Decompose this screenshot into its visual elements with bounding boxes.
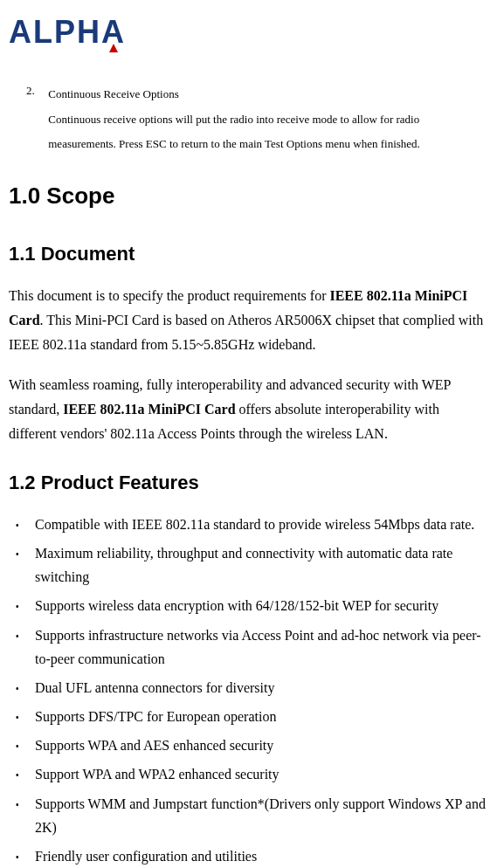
- document-paragraph-1: This document is to specify the product …: [9, 284, 488, 357]
- numbered-section: 2. Continuous Receive Options Continuous…: [9, 82, 488, 157]
- list-item: Maximum reliability, throughput and conn…: [35, 541, 488, 589]
- list-item: Supports wireless data encryption with 6…: [35, 594, 488, 617]
- document-paragraph-2: With seamless roaming, fully interoperab…: [9, 373, 488, 446]
- brand-logo: ALPHA: [9, 9, 488, 56]
- list-item: Supports WPA and AES enhanced security: [35, 734, 488, 757]
- list-number: 2.: [26, 82, 45, 100]
- heading-features: 1.2 Product Features: [9, 468, 488, 497]
- list-item-title: Continuous Receive Options: [48, 82, 485, 107]
- heading-scope: 1.0 Scope: [9, 179, 488, 213]
- list-item: Supports DFS/TPC for European operation: [35, 705, 488, 728]
- list-item: Supports infrastructure networks via Acc…: [35, 623, 488, 671]
- features-list: Compatible with IEEE 802.11a standard to…: [9, 513, 488, 868]
- list-item: Dual UFL antenna connectors for diversit…: [35, 676, 488, 699]
- list-item-body: Continuous receive options will put the …: [48, 113, 420, 151]
- list-item: Compatible with IEEE 802.11a standard to…: [35, 513, 488, 536]
- list-item: Friendly user configuration and utilitie…: [35, 844, 488, 868]
- list-item: Support WPA and WPA2 enhanced security: [35, 762, 488, 786]
- para1-pre: This document is to specify the product …: [9, 288, 329, 303]
- list-content: Continuous Receive Options Continuous re…: [48, 82, 485, 157]
- para2-bold: IEEE 802.11a MiniPCI Card: [63, 402, 235, 417]
- para1-post: . This Mini-PCI Card is based on Atheros…: [9, 313, 483, 352]
- list-item: Supports WMM and Jumpstart function*(Dri…: [35, 792, 488, 839]
- heading-document: 1.1 Document: [9, 239, 488, 268]
